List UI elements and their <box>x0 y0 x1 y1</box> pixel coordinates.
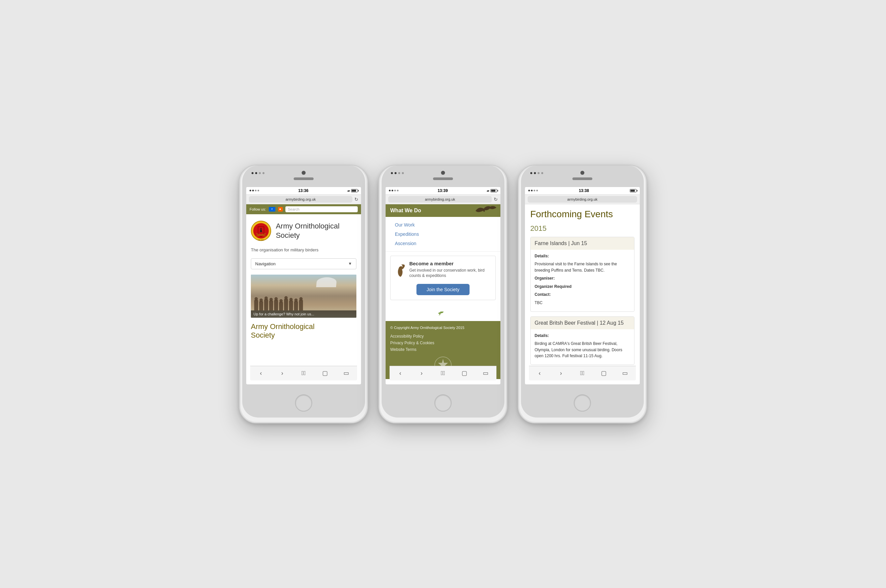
rss-icon[interactable]: ■ <box>278 207 283 212</box>
wifi-icon-1: 𝓌 <box>347 189 350 193</box>
phone-2-inner: 13:39 𝓌 armybirding.org.uk ↻ What We Do <box>381 165 505 417</box>
details-label-2: Details: <box>535 333 549 338</box>
what-we-do-header: What We Do <box>386 204 500 217</box>
battery-3 <box>630 189 637 192</box>
back-btn-3[interactable]: ‹ <box>534 367 545 379</box>
status-left-1 <box>249 190 259 191</box>
flying-bird-icon <box>474 204 497 221</box>
nav-link-our-work[interactable]: Our Work <box>390 220 496 230</box>
org-name: Army Ornithological Society <box>276 222 356 240</box>
screen-content-3: Forthcoming Events 2015 Farne Islands | … <box>525 204 640 384</box>
contact-label-1: Contact: <box>535 292 551 297</box>
signal-dots-2 <box>391 172 404 174</box>
bookmarks-btn-3[interactable]: ▢ <box>598 367 610 379</box>
copyright-text: © Copyright Army Ornithological Society … <box>390 326 496 330</box>
nav-dropdown[interactable]: Navigation ▼ <box>251 258 356 269</box>
status-left-2 <box>389 190 398 191</box>
bookmarks-btn-2[interactable]: ▢ <box>458 367 470 379</box>
org-crest: THE ARMY <box>251 219 271 242</box>
status-time-1: 13:36 <box>298 188 309 193</box>
small-bird-area <box>386 304 500 321</box>
address-bar-3[interactable]: armybirding.org.uk <box>525 194 640 204</box>
phone-1: 13:36 𝓌 armybirding.org.uk ↻ Follow us: <box>239 165 368 423</box>
camera-1 <box>302 171 306 175</box>
back-btn-2[interactable]: ‹ <box>394 367 406 379</box>
member-bird-icon <box>395 261 406 280</box>
dot2 <box>255 172 257 174</box>
nav-link-ascension[interactable]: Ascension <box>390 239 496 248</box>
share-btn-2[interactable]: ⬆⃞ <box>437 367 449 379</box>
accessibility-link[interactable]: Accessibility Policy <box>390 333 496 340</box>
bookmarks-btn-1[interactable]: ▢ <box>319 367 331 379</box>
cell-dot4 <box>257 190 259 191</box>
forward-btn-1[interactable]: › <box>276 367 288 379</box>
home-button-1[interactable] <box>295 394 312 412</box>
signal-dots-1 <box>252 172 264 174</box>
camera-3 <box>580 171 584 175</box>
dot1 <box>391 172 393 174</box>
dot1 <box>252 172 254 174</box>
follow-label: Follow us: <box>249 207 266 211</box>
tabs-btn-2[interactable]: ▭ <box>480 367 492 379</box>
dot4 <box>263 172 264 174</box>
status-bar-3: 13:38 <box>525 187 640 194</box>
reload-btn-2[interactable]: ↻ <box>494 196 498 202</box>
contact-1: TBC <box>535 300 630 306</box>
nav-area: Navigation ▼ <box>246 257 361 271</box>
page-title-events: Forthcoming Events <box>530 209 634 219</box>
cell-dot3 <box>255 190 257 191</box>
bottom-bar-2: ‹ › ⬆⃞ ▢ ▭ <box>390 366 496 380</box>
terms-link[interactable]: Website Terms <box>390 346 496 353</box>
privacy-link[interactable]: Privacy Policy & Cookies <box>390 340 496 346</box>
speaker-2 <box>433 177 453 180</box>
society-word: Society <box>246 331 361 342</box>
dot2 <box>395 172 396 174</box>
become-member-box: Become a member Get involved in our cons… <box>390 256 496 300</box>
phone-3-screen: 13:38 armybirding.org.uk Forthcoming Eve… <box>525 187 640 384</box>
nav-link-expeditions[interactable]: Expeditions <box>390 230 496 239</box>
search-box-1[interactable]: Search <box>285 206 358 212</box>
battery-2 <box>491 189 497 192</box>
status-right-1: 𝓌 <box>347 189 358 193</box>
logo-area: THE ARMY Army Ornithological Society <box>246 214 361 248</box>
forward-btn-3[interactable]: › <box>555 367 567 379</box>
address-bar-1[interactable]: armybirding.org.uk ↻ <box>246 194 361 204</box>
phone-1-inner: 13:36 𝓌 armybirding.org.uk ↻ Follow us: <box>242 165 365 417</box>
address-bar-2[interactable]: armybirding.org.uk ↻ <box>386 194 500 204</box>
tabs-btn-3[interactable]: ▭ <box>619 367 631 379</box>
join-society-button[interactable]: Join the Society <box>416 284 470 295</box>
forward-btn-2[interactable]: › <box>416 367 428 379</box>
status-time-2: 13:39 <box>438 188 448 193</box>
event-card-2: Great Britsh Beer Festival | 12 Aug 15 D… <box>530 316 634 365</box>
events-year: 2015 <box>530 224 634 233</box>
organiser-label-1: Organiser: <box>535 276 555 280</box>
battery-1 <box>351 189 358 192</box>
back-btn-1[interactable]: ‹ <box>255 367 267 379</box>
share-btn-1[interactable]: ⬆⃞ <box>298 367 309 379</box>
home-button-3[interactable] <box>574 394 591 412</box>
tabs-btn-1[interactable]: ▭ <box>341 367 352 379</box>
dot3 <box>259 172 261 174</box>
cell-dot1 <box>249 190 251 191</box>
details-text-1: Provisional visit to the Farne Islands t… <box>535 261 630 273</box>
url-field-1[interactable]: armybirding.org.uk <box>249 196 352 202</box>
cell-dot2 <box>252 190 254 191</box>
details-label-1: Details: <box>535 254 549 258</box>
member-top: Become a member Get involved in our cons… <box>395 261 491 280</box>
member-text: Become a member Get involved in our cons… <box>409 261 491 279</box>
events-page-content: Forthcoming Events 2015 Farne Islands | … <box>525 204 640 374</box>
dot3 <box>398 172 400 174</box>
url-field-3[interactable]: armybirding.org.uk <box>528 196 637 202</box>
signal-dots-3 <box>530 172 543 174</box>
reload-btn-1[interactable]: ↻ <box>354 196 358 202</box>
nav-dropdown-label: Navigation <box>255 261 275 266</box>
phone-2: 13:39 𝓌 armybirding.org.uk ↻ What We Do <box>378 165 508 423</box>
url-field-2[interactable]: armybirding.org.uk <box>388 196 492 202</box>
event-card-1: Farne Islands | Jun 15 Details: Provisio… <box>530 237 634 312</box>
small-bird-icon <box>435 307 451 318</box>
flickr-icon[interactable]: f <box>269 207 275 212</box>
phone-3: 13:38 armybirding.org.uk Forthcoming Eve… <box>518 165 647 423</box>
svg-text:THE ARMY: THE ARMY <box>258 239 264 240</box>
home-button-2[interactable] <box>434 394 452 412</box>
share-btn-3[interactable]: ⬆⃞ <box>577 367 588 379</box>
